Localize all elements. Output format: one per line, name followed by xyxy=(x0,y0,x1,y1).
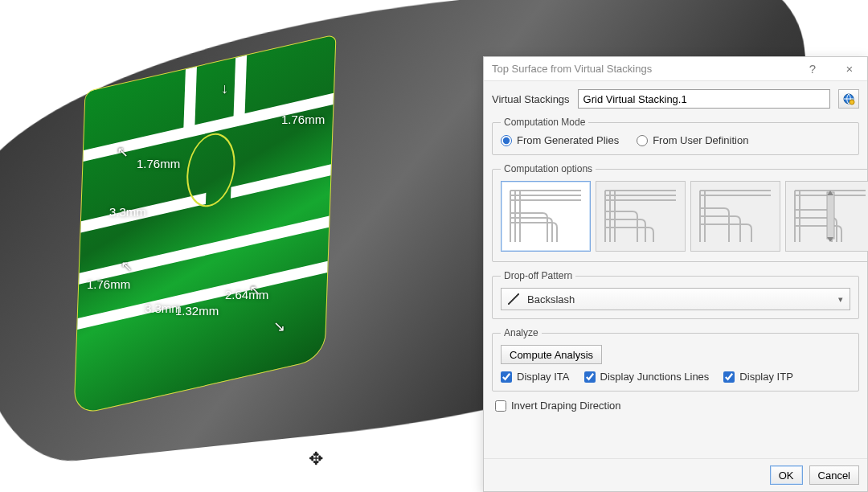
radio-from-user[interactable]: From User Definition xyxy=(637,134,748,146)
option-4-thumb xyxy=(790,186,868,247)
option-2-thumb xyxy=(600,186,681,247)
backslash-icon xyxy=(508,293,519,305)
cancel-button[interactable]: Cancel xyxy=(809,465,859,485)
picker-button[interactable] xyxy=(838,89,859,109)
check-display-itp-input[interactable] xyxy=(723,371,735,383)
svg-point-1 xyxy=(850,100,854,105)
virtual-stackings-label: Virtual Stackings xyxy=(492,93,570,105)
radio-from-generated-label: From Generated Plies xyxy=(517,134,619,146)
computation-option-1[interactable] xyxy=(501,181,591,252)
radio-from-user-input[interactable] xyxy=(637,135,648,146)
check-display-ita[interactable]: Display ITA xyxy=(501,371,570,383)
computation-mode-legend: Computation Mode xyxy=(501,117,588,128)
option-1-thumb xyxy=(506,186,586,247)
check-display-ita-input[interactable] xyxy=(501,371,512,383)
compute-analysis-button[interactable]: Compute Analysis xyxy=(501,345,602,364)
dropoff-legend: Drop-off Pattern xyxy=(501,270,575,281)
dropoff-dropdown[interactable]: Backslash ▾ xyxy=(501,288,850,310)
check-display-junctions-input[interactable] xyxy=(584,371,596,383)
computation-option-2[interactable] xyxy=(596,181,686,252)
check-display-itp-label: Display ITP xyxy=(739,371,792,383)
check-display-ita-label: Display ITA xyxy=(517,371,570,383)
globe-picker-icon xyxy=(842,92,855,105)
check-display-junctions-label: Display Junctions Lines xyxy=(600,371,710,383)
dropoff-value: Backslash xyxy=(527,293,575,305)
check-display-itp[interactable]: Display ITP xyxy=(723,371,792,383)
ok-button[interactable]: OK xyxy=(770,465,803,485)
computation-options-legend: Computation options xyxy=(501,163,596,174)
dialog-footer: OK Cancel xyxy=(484,458,867,491)
dropoff-group: Drop-off Pattern Backslash ▾ xyxy=(492,270,859,319)
option-3-thumb xyxy=(695,186,776,247)
ply-overlay xyxy=(74,35,335,416)
close-button[interactable]: × xyxy=(838,62,861,76)
radio-from-generated-input[interactable] xyxy=(501,135,512,146)
computation-option-4[interactable] xyxy=(785,181,868,252)
dialog-titlebar[interactable]: Top Surface from Virtual Stackings ? × xyxy=(484,57,867,81)
computation-options-group: Computation options xyxy=(492,163,868,262)
radio-from-generated[interactable]: From Generated Plies xyxy=(501,134,619,146)
dialog-title: Top Surface from Virtual Stackings xyxy=(492,63,652,75)
computation-option-3[interactable] xyxy=(690,181,780,252)
analyze-group: Analyze Compute Analysis Display ITA Dis… xyxy=(492,327,859,392)
svg-rect-2 xyxy=(827,192,834,239)
virtual-stackings-input[interactable] xyxy=(578,89,830,109)
chevron-down-icon: ▾ xyxy=(838,294,843,305)
check-display-junctions[interactable]: Display Junctions Lines xyxy=(584,371,710,383)
help-button[interactable]: ? xyxy=(801,62,824,76)
radio-from-user-label: From User Definition xyxy=(653,134,748,146)
check-invert-draping-input[interactable] xyxy=(495,400,506,412)
check-invert-draping-label: Invert Draping Direction xyxy=(511,400,621,412)
dialog-top-surface: Top Surface from Virtual Stackings ? × V… xyxy=(483,56,868,492)
computation-mode-group: Computation Mode From Generated Plies Fr… xyxy=(492,117,859,155)
check-invert-draping[interactable]: Invert Draping Direction xyxy=(495,400,859,412)
move-cursor-icon: ✥ xyxy=(309,449,323,469)
analyze-legend: Analyze xyxy=(501,327,542,338)
